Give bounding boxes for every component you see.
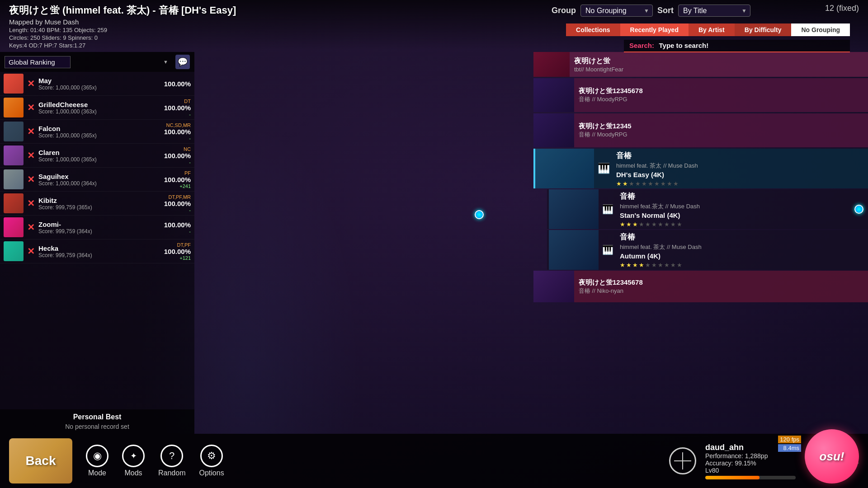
- group-dropdown[interactable]: No Grouping By Artist By BPM By Creator …: [580, 5, 653, 17]
- score-right: DT 100.00% -: [164, 99, 191, 117]
- avatar: [4, 193, 24, 213]
- beatmap-thumbnail: [549, 189, 599, 229]
- stars-row: ★ ★ ★ ★ ★ ★ ★ ★ ★ ★: [616, 180, 863, 187]
- star-5: ★: [645, 221, 651, 228]
- star-9: ★: [670, 262, 676, 268]
- username: May: [38, 77, 160, 84]
- group-title: 夜明けと蛍12345678: [579, 278, 863, 287]
- score-bonus: +241: [164, 183, 191, 189]
- chat-icon[interactable]: 💬: [175, 55, 190, 69]
- star-3: ★: [632, 221, 638, 228]
- score-pct: 100.00%: [164, 152, 191, 160]
- beatmap-thumbnail: [535, 149, 594, 188]
- table-row[interactable]: ✕ Falcon Score: 1,000,000 (365x) NC,SD,M…: [0, 120, 194, 144]
- ranking-dropdown-wrap: Global Ranking Country Ranking Friend Ra…: [0, 52, 194, 72]
- username: Claren: [38, 149, 160, 156]
- score-mod: DT,PF: [164, 242, 191, 248]
- star-10: ★: [673, 180, 679, 187]
- piano-icon: 🎹: [598, 163, 610, 174]
- table-row[interactable]: ✕ Claren Score: 1,000,000 (365x) NC 100.…: [0, 144, 194, 168]
- star-4: ★: [639, 221, 644, 228]
- score-bonus: -: [164, 229, 191, 234]
- personal-best-label: Personal Best: [4, 413, 191, 421]
- star-1: ★: [620, 221, 625, 228]
- beatmap-difficulty: Stan's Normal (4K): [620, 211, 863, 219]
- tab-no-grouping[interactable]: No Grouping: [791, 23, 850, 36]
- beatmap-list: 夜明けと蛍 tbt// MoontightFear 夜明けと蛍12345678 …: [533, 52, 868, 434]
- beatmap-thumbnail: [533, 113, 574, 147]
- table-row[interactable]: ✕ Zoomi- Score: 999,759 (364x) 100.00% -: [0, 216, 194, 239]
- ranking-select-wrap[interactable]: Global Ranking Country Ranking Friend Ra…: [5, 56, 172, 68]
- star-9: ★: [667, 180, 672, 187]
- star-8: ★: [664, 221, 670, 228]
- score-info: Zoomi- Score: 999,759 (364x): [38, 221, 160, 235]
- group-dropdown-wrap[interactable]: No Grouping By Artist By BPM By Creator …: [580, 5, 653, 17]
- avatar: [4, 217, 24, 237]
- mods-button[interactable]: ✦ Mods: [122, 445, 145, 477]
- table-row[interactable]: ✕ GrilledCheeese Score: 1,000,000 (363x)…: [0, 96, 194, 120]
- beatmap-difficulty: Autumn (4K): [620, 252, 863, 260]
- list-item[interactable]: 🎹 音椿 himmel feat. 茶太 // Muse Dash Autumn…: [547, 230, 868, 270]
- list-item[interactable]: 夜明けと蛍12345678 音椿 // MoodyRPG: [533, 78, 868, 112]
- list-item[interactable]: 夜明けと蛍12345678 音椿 // Niko-nyan: [533, 271, 868, 302]
- score-list: ✕ May Score: 1,000,000 (365x) 100.00% ✕ …: [0, 72, 194, 263]
- username: Falcon: [38, 125, 160, 132]
- star-2: ★: [623, 180, 628, 187]
- username: GrilledCheeese: [38, 101, 160, 108]
- list-item[interactable]: 夜明けと蛍 tbt// MoontightFear: [533, 52, 868, 77]
- mode-icon: ◉: [86, 445, 108, 467]
- personal-best-value: No personal record set: [4, 423, 191, 430]
- tab-recently-played[interactable]: Recently Played: [620, 23, 689, 36]
- list-item[interactable]: 🎹 音椿 himmel feat.茶太 // Muse Dash Stan's …: [547, 189, 868, 229]
- beatmap-content: 音椿 himmel feat. 茶太 // Muse Dash DH's Eas…: [612, 148, 868, 190]
- beatmap-content: 音椿 himmel feat. 茶太 // Muse Dash Autumn (…: [615, 229, 868, 271]
- sliders-count: Sliders: 9: [42, 34, 66, 41]
- x-icon: ✕: [27, 78, 35, 89]
- ranking-select[interactable]: Global Ranking Country Ranking Friend Ra…: [5, 56, 71, 68]
- back-button[interactable]: Back: [9, 438, 72, 483]
- score-detail: Score: 1,000,000 (365x): [38, 84, 160, 91]
- group-info: 夜明けと蛍12345678 音椿 // MoodyRPG: [574, 84, 868, 106]
- sort-dropdown[interactable]: By Title By Artist By BPM By Creator By …: [678, 5, 750, 17]
- tab-by-artist[interactable]: By Artist: [689, 23, 735, 36]
- options-button[interactable]: ⚙ Options: [199, 445, 224, 477]
- list-item[interactable]: 夜明けと蛍12345 音椿 // MoodyRPG: [533, 113, 868, 147]
- beatmap-content: 音椿 himmel feat.茶太 // Muse Dash Stan's No…: [615, 188, 868, 230]
- tab-collections[interactable]: Collections: [566, 23, 620, 36]
- group-info: 夜明けと蛍12345 音椿 // MoodyRPG: [574, 119, 868, 141]
- beatmap-artist: himmel feat.茶太 // Muse Dash: [620, 202, 863, 211]
- group-subtitle: 音椿 // MoodyRPG: [579, 95, 863, 103]
- score-bonus: -: [164, 207, 191, 213]
- score-mod: PF: [164, 170, 191, 176]
- od-stat: OD:7: [28, 42, 42, 49]
- table-row[interactable]: ✕ May Score: 1,000,000 (365x) 100.00%: [0, 72, 194, 96]
- mode-label: Mode: [88, 469, 106, 477]
- group-subtitle: tbt// MoontightFear: [574, 66, 863, 73]
- score-mod: DT,PF,MR: [164, 194, 191, 200]
- star-2: ★: [626, 262, 632, 268]
- score-detail: Score: 1,000,000 (365x): [38, 132, 160, 139]
- star-7: ★: [658, 221, 663, 228]
- beatmap-thumbnail: [533, 52, 570, 77]
- x-icon: ✕: [27, 246, 35, 257]
- score-mod: NC,SD,MR: [164, 122, 191, 128]
- stars-row: ★ ★ ★ ★ ★ ★ ★ ★ ★ ★: [620, 221, 863, 228]
- score-bonus: +121: [164, 255, 191, 261]
- list-item[interactable]: 🎹 音椿 himmel feat. 茶太 // Muse Dash DH's E…: [533, 149, 868, 188]
- group-title: 夜明けと蛍12345678: [579, 87, 863, 95]
- table-row[interactable]: ✕ Hecka Score: 999,759 (364x) DT,PF 100.…: [0, 239, 194, 263]
- star-7: ★: [654, 180, 660, 187]
- sort-dropdown-wrap[interactable]: By Title By Artist By BPM By Creator By …: [678, 5, 750, 17]
- table-row[interactable]: ✕ Kibitz Score: 999,759 (365x) DT,PF,MR …: [0, 192, 194, 216]
- beatmap-top-row: 音椿: [620, 191, 863, 202]
- beatmap-thumbnail: [533, 271, 574, 302]
- osu-logo[interactable]: osu!: [805, 429, 859, 483]
- star-3: ★: [632, 262, 638, 268]
- mode-button[interactable]: ◉ Mode: [86, 445, 108, 477]
- table-row[interactable]: ✕ Saguihex Score: 1,000,000 (364x) PF 10…: [0, 168, 194, 192]
- osu-text: osu!: [820, 450, 844, 464]
- tab-by-difficulty[interactable]: By Difficulty: [735, 23, 792, 36]
- song-length: Length: 01:40: [9, 27, 45, 33]
- piano-icon-wrap: 🎹: [594, 161, 612, 176]
- random-button[interactable]: ? Random: [158, 445, 185, 477]
